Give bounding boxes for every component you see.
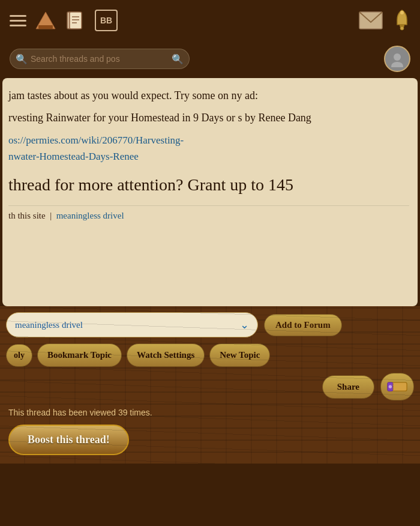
svg-point-8 — [400, 11, 404, 14]
share-row: Share — [6, 373, 414, 401]
view-count-row: This thread has been viewed 39 times. — [6, 405, 414, 421]
search-input[interactable] — [10, 49, 190, 69]
content-text-1: jam tastes about as you would expect. Tr… — [8, 88, 409, 104]
content-link[interactable]: os://permies.com/wiki/206770/Harvesting-… — [8, 132, 409, 165]
search-row: 🔍 🔍 — [0, 41, 420, 78]
svg-point-16 — [389, 385, 392, 388]
ticket-button[interactable] — [380, 373, 414, 401]
svg-rect-3 — [70, 12, 82, 29]
bb-code-icon[interactable]: BB — [95, 10, 118, 31]
nav-left-group: BB — [10, 10, 118, 31]
boost-row: Boost this thread! — [6, 421, 414, 464]
pie-icon[interactable] — [35, 10, 56, 31]
bottom-toolbar: meaningless drivel ⌄ Add to Forum oly Bo… — [0, 306, 420, 464]
bookmark-topic-button[interactable]: Bookmark Topic — [37, 343, 122, 367]
action-buttons-row: oly Bookmark Topic Watch Settings New To… — [6, 343, 414, 367]
svg-point-11 — [394, 53, 401, 61]
search-wrap: 🔍 🔍 — [10, 49, 190, 69]
svg-point-12 — [391, 62, 403, 67]
content-card: jam tastes about as you would expect. Tr… — [2, 78, 418, 306]
search-icon-right: 🔍 — [172, 53, 184, 65]
boost-thread-button[interactable]: Boost this thread! — [8, 425, 129, 455]
view-count-text: This thread has been viewed 39 times. — [8, 408, 152, 417]
top-nav-bar: BB — [0, 0, 420, 41]
chevron-down-icon: ⌄ — [240, 318, 249, 331]
pages-icon[interactable] — [65, 10, 86, 31]
footer-divider: | — [50, 211, 52, 220]
avatar[interactable] — [384, 46, 410, 72]
nav-right-group — [359, 9, 410, 32]
add-to-forum-button[interactable]: Add to Forum — [264, 314, 342, 336]
footer-drivel-link[interactable]: meaningless drivel — [56, 211, 124, 220]
content-attention-text: thread for more attention? Grant up to 1… — [8, 173, 409, 196]
dropdown-row: meaningless drivel ⌄ Add to Forum — [6, 312, 414, 337]
footer-site-text: th this site — [8, 211, 46, 220]
forum-dropdown-value: meaningless drivel — [15, 320, 83, 330]
svg-rect-1 — [38, 25, 53, 29]
messages-icon[interactable] — [359, 11, 383, 29]
share-button[interactable]: Share — [322, 375, 374, 399]
new-topic-button[interactable]: New Topic — [209, 343, 270, 367]
svg-point-10 — [400, 26, 404, 30]
watch-settings-button[interactable]: Watch Settings — [127, 343, 205, 367]
reply-button[interactable]: oly — [6, 344, 32, 367]
hamburger-menu-icon[interactable] — [10, 15, 26, 26]
content-text-2: rvesting Rainwater for your Homestead in… — [8, 110, 409, 126]
forum-dropdown[interactable]: meaningless drivel ⌄ — [6, 312, 258, 337]
notifications-icon[interactable] — [394, 9, 410, 32]
content-footer: th this site | meaningless drivel — [8, 205, 409, 221]
search-icon-left: 🔍 — [16, 53, 28, 65]
